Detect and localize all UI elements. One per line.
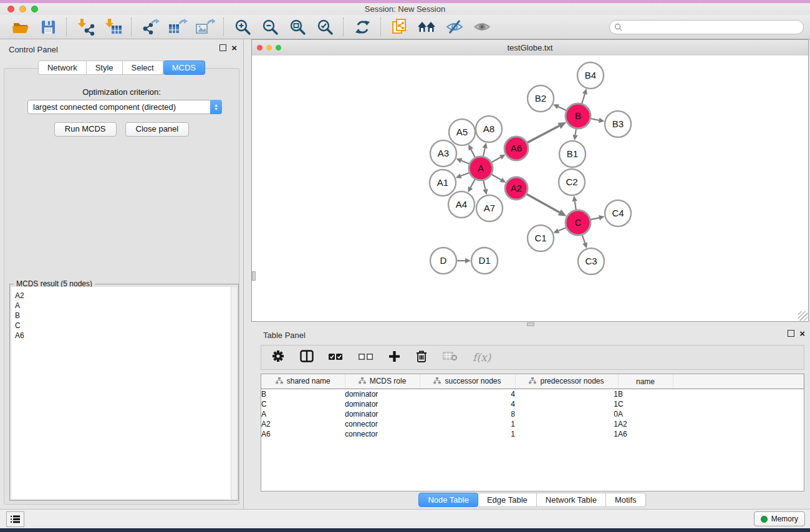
table-row[interactable]: A2connector11A2 bbox=[261, 419, 804, 429]
delete-columns-icon[interactable] bbox=[415, 349, 428, 365]
mcds-result-item[interactable]: A2 bbox=[15, 291, 231, 301]
new-network-from-selection-icon[interactable] bbox=[388, 17, 412, 37]
graph-edge-A-A3[interactable] bbox=[461, 161, 470, 164]
graph-edge-B-B4[interactable] bbox=[582, 94, 585, 104]
close-panel-icon[interactable]: × bbox=[231, 44, 237, 51]
tab-node-table[interactable]: Node Table bbox=[418, 493, 478, 507]
table-mode-gear-icon[interactable] bbox=[271, 349, 285, 365]
graph-edge-B-B2[interactable] bbox=[558, 107, 567, 110]
graph-edge-A-A2[interactable] bbox=[491, 174, 501, 180]
column-header-name[interactable]: name bbox=[618, 374, 673, 389]
table-row[interactable]: Bdominator41B bbox=[261, 389, 804, 400]
mcds-result-item[interactable]: B bbox=[15, 311, 231, 321]
toolbar-separator bbox=[66, 17, 67, 36]
table-panel: Table Panel × bbox=[254, 325, 810, 510]
float-panel-icon[interactable] bbox=[219, 44, 226, 51]
mcds-result-item[interactable]: A bbox=[15, 301, 231, 311]
main-toolbar bbox=[0, 15, 810, 39]
table-cell: A6 bbox=[261, 429, 345, 439]
graphics-details-icon[interactable] bbox=[443, 17, 466, 37]
table-cell: 4 bbox=[420, 389, 515, 400]
select-all-columns-icon[interactable] bbox=[329, 352, 344, 363]
graph-edge-A-A6[interactable] bbox=[491, 157, 501, 163]
table-row[interactable]: Cdominator41C bbox=[261, 399, 804, 409]
graph-node-label: A bbox=[478, 163, 484, 173]
graph-edge-C-C3[interactable] bbox=[582, 235, 585, 243]
criterion-value: largest connected component (directed) bbox=[28, 102, 210, 112]
graph-edge-A-A1[interactable] bbox=[461, 173, 470, 176]
zoom-in-icon[interactable] bbox=[231, 17, 254, 37]
show-columns-icon[interactable] bbox=[300, 350, 314, 365]
graph-edge-A-A4[interactable] bbox=[471, 179, 475, 188]
graph-edge-A2-C[interactable] bbox=[526, 194, 560, 213]
column-header-shared-name[interactable]: shared name bbox=[261, 374, 345, 389]
run-mcds-button[interactable]: Run MCDS bbox=[54, 122, 117, 137]
table-row[interactable]: Adominator80A bbox=[261, 409, 804, 419]
zoom-selected-icon[interactable] bbox=[313, 17, 337, 37]
open-file-icon[interactable] bbox=[9, 17, 32, 37]
graph-node-label: A4 bbox=[456, 199, 467, 210]
export-image-icon[interactable] bbox=[193, 17, 217, 37]
refresh-icon[interactable] bbox=[350, 17, 374, 37]
graph-edge-A-A8[interactable] bbox=[483, 148, 485, 157]
tab-motifs[interactable]: Motifs bbox=[606, 493, 646, 507]
result-scrollbar[interactable] bbox=[231, 287, 237, 499]
create-column-icon[interactable] bbox=[388, 351, 400, 365]
export-table-icon[interactable] bbox=[166, 17, 190, 37]
graph-node-label: B4 bbox=[585, 70, 596, 80]
tab-network[interactable]: Network bbox=[38, 60, 87, 75]
network-vertical-scroll-thumb[interactable] bbox=[252, 271, 256, 281]
table-cell: 4 bbox=[420, 399, 515, 409]
tab-mcds[interactable]: MCDS bbox=[163, 60, 205, 75]
graph-edge-C-C4[interactable] bbox=[590, 218, 599, 220]
graph-edge-A6-B[interactable] bbox=[527, 126, 559, 143]
network-overview-icon[interactable] bbox=[415, 17, 439, 37]
network-canvas[interactable]: B4B2BB3A5A8A6A3B1AA1C2A2A4A7C4CC1DD1C3 bbox=[252, 56, 808, 321]
column-header-MCDS-role[interactable]: MCDS role bbox=[345, 374, 420, 389]
column-header-predecessor-nodes[interactable]: predecessor nodes bbox=[515, 374, 618, 389]
search-input[interactable] bbox=[625, 22, 799, 32]
function-builder-icon[interactable]: f(x) bbox=[473, 351, 491, 364]
network-graph[interactable]: B4B2BB3A5A8A6A3B1AA1C2A2A4A7C4CC1DD1C3 bbox=[252, 56, 808, 321]
table-cell: 1 bbox=[420, 429, 515, 439]
show-panels-list-button[interactable] bbox=[6, 511, 24, 527]
column-header-successor-nodes[interactable]: successor nodes bbox=[420, 374, 515, 389]
unselect-all-columns-icon[interactable] bbox=[359, 352, 374, 363]
table-row[interactable]: A6connector11A6 bbox=[261, 429, 804, 439]
tab-select[interactable]: Select bbox=[123, 60, 163, 75]
network-window-titlebar[interactable]: testGlobe.txt bbox=[252, 40, 808, 56]
graph-edge-C-C1[interactable] bbox=[559, 228, 567, 231]
control-panel: Control Panel × NetworkStyleSelectMCDS O… bbox=[0, 39, 244, 510]
close-table-panel-icon[interactable]: × bbox=[799, 330, 805, 337]
float-table-panel-icon[interactable] bbox=[788, 330, 794, 337]
zoom-out-icon[interactable] bbox=[258, 17, 282, 37]
eye-icon[interactable] bbox=[470, 17, 494, 37]
edge-arrowhead-icon bbox=[483, 189, 488, 195]
tab-edge-table[interactable]: Edge Table bbox=[478, 493, 537, 507]
graph-edge-C-C2[interactable] bbox=[575, 201, 576, 211]
resize-grip-icon[interactable] bbox=[798, 311, 808, 321]
edge-arrowhead-icon bbox=[582, 242, 587, 248]
tab-network-table[interactable]: Network Table bbox=[537, 493, 606, 507]
graph-edge-A-A5[interactable] bbox=[471, 150, 475, 158]
delete-table-icon[interactable] bbox=[443, 351, 458, 364]
graph-edge-B-B1[interactable] bbox=[576, 128, 577, 135]
graph-edge-B-B3[interactable] bbox=[591, 118, 599, 120]
import-network-icon[interactable] bbox=[74, 17, 97, 37]
export-network-icon[interactable] bbox=[138, 17, 162, 37]
edge-arrowhead-icon bbox=[599, 215, 605, 220]
search-field[interactable] bbox=[609, 20, 804, 34]
mcds-result-item[interactable]: A6 bbox=[15, 331, 231, 341]
graph-node-label: B2 bbox=[535, 93, 546, 104]
zoom-fit-icon[interactable] bbox=[286, 17, 309, 37]
memory-button[interactable]: Memory bbox=[754, 511, 805, 526]
node-table: shared nameMCDS rolesuccessor nodesprede… bbox=[261, 374, 804, 491]
tab-style[interactable]: Style bbox=[87, 60, 123, 75]
criterion-select[interactable]: largest connected component (directed) ▲… bbox=[27, 100, 222, 114]
import-table-icon[interactable] bbox=[101, 17, 125, 37]
table-cell: dominator bbox=[345, 399, 420, 409]
graph-edge-A-A7[interactable] bbox=[483, 180, 485, 190]
close-panel-button[interactable]: Close panel bbox=[125, 122, 190, 137]
mcds-result-item[interactable]: C bbox=[15, 321, 231, 331]
save-session-icon[interactable] bbox=[36, 17, 60, 37]
